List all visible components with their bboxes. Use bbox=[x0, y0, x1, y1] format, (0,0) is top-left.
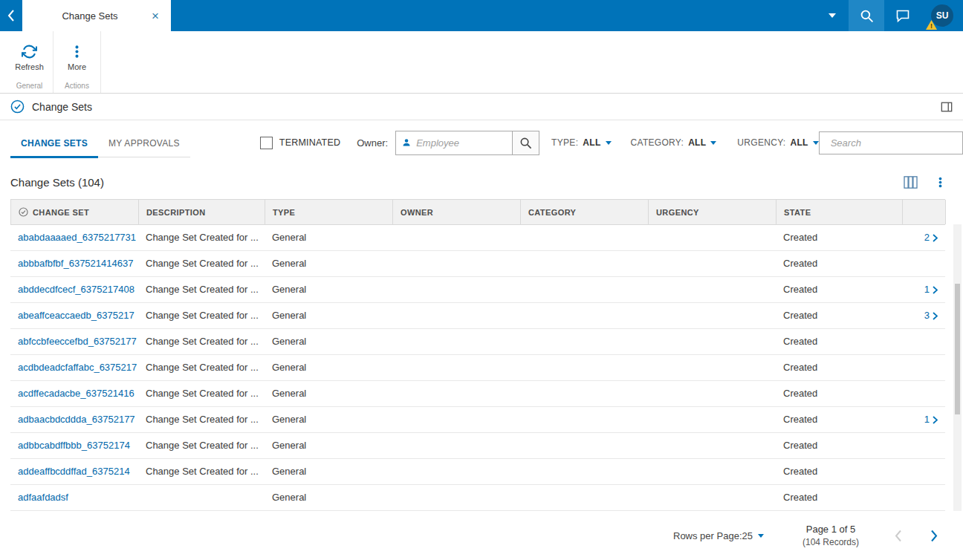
cell-description: Change Set Created for ... bbox=[138, 251, 265, 276]
table-row[interactable]: addeaffbcddffad_6375214 Change Set Creat… bbox=[10, 459, 945, 485]
table-row[interactable]: adbbcabdffbbb_63752174 Change Set Create… bbox=[10, 433, 945, 459]
cell-type: General bbox=[265, 381, 392, 406]
column-header-category[interactable]: CATEGORY bbox=[521, 200, 649, 224]
cell-type: General bbox=[265, 303, 392, 328]
table-row[interactable]: acdbdeadcfaffabc_6375217 Change Set Crea… bbox=[10, 355, 945, 381]
category-dropdown[interactable]: CATEGORY: ALL bbox=[631, 137, 717, 148]
cell-urgency bbox=[648, 381, 776, 406]
column-header-description[interactable]: DESCRIPTION bbox=[139, 200, 265, 224]
topbar-dropdown-button[interactable] bbox=[816, 0, 849, 31]
expand-panel-button[interactable] bbox=[941, 101, 953, 113]
cell-category bbox=[520, 407, 648, 432]
employee-input[interactable] bbox=[416, 137, 506, 149]
previous-page-button[interactable] bbox=[895, 530, 902, 542]
change-set-link[interactable]: adbbcabdffbbb_63752174 bbox=[10, 433, 138, 458]
change-set-link[interactable]: adbaacbdcddda_63752177 bbox=[10, 407, 138, 432]
drilldown-count: 2 bbox=[924, 225, 930, 250]
back-button[interactable] bbox=[0, 0, 22, 31]
table-row[interactable]: abddecdfcecf_6375217408 Change Set Creat… bbox=[10, 277, 945, 303]
employee-search-button[interactable] bbox=[512, 131, 539, 154]
person-icon bbox=[402, 137, 411, 148]
tab-close-icon[interactable]: × bbox=[149, 8, 162, 24]
ribbon-group-label-general: General bbox=[6, 80, 53, 93]
cell-urgency bbox=[648, 459, 776, 484]
column-header-state[interactable]: STATE bbox=[776, 200, 903, 224]
rows-per-page-dropdown[interactable]: Rows per Page:25 bbox=[673, 530, 764, 541]
row-drilldown-link[interactable]: 1 bbox=[902, 407, 945, 432]
table-body: ababdaaaaed_6375217731 Change Set Create… bbox=[10, 225, 945, 511]
table-row[interactable]: adbaacbdcddda_63752177 Change Set Create… bbox=[10, 407, 945, 433]
type-dropdown[interactable]: TYPE: ALL bbox=[551, 137, 611, 148]
cell-urgency bbox=[648, 355, 776, 380]
chevron-down-icon bbox=[710, 141, 716, 145]
change-set-link[interactable]: acdbdeadcfaffabc_6375217 bbox=[10, 355, 138, 380]
cell-owner bbox=[392, 277, 520, 302]
ribbon-group-general: Refresh General bbox=[6, 31, 54, 93]
chevron-right-icon bbox=[930, 530, 938, 542]
tab-title: Change Sets bbox=[31, 10, 149, 22]
change-set-link[interactable]: adfaafdadsf bbox=[10, 485, 138, 510]
cell-state: Created bbox=[776, 381, 902, 406]
cell-description: Change Set Created for ... bbox=[138, 225, 265, 250]
search-input[interactable] bbox=[831, 137, 962, 149]
table-row[interactable]: abeaffceaccaedb_6375217 Change Set Creat… bbox=[10, 303, 945, 329]
user-menu: SU ! bbox=[921, 0, 963, 31]
row-drilldown-link[interactable]: 1 bbox=[902, 277, 945, 302]
scrollbar-thumb[interactable] bbox=[955, 284, 960, 414]
chevron-down-icon bbox=[606, 141, 612, 145]
table-row[interactable]: abbbafbfbf_637521414637 Change Set Creat… bbox=[10, 251, 945, 277]
urgency-dropdown[interactable]: URGENCY: ALL bbox=[737, 137, 818, 148]
change-set-link[interactable]: abddecdfcecf_6375217408 bbox=[10, 277, 138, 302]
more-button[interactable]: More bbox=[54, 31, 100, 80]
employee-lookup bbox=[395, 131, 539, 155]
cell-type: General bbox=[265, 277, 392, 302]
column-header-urgency[interactable]: URGENCY bbox=[649, 200, 776, 224]
row-drilldown-link[interactable]: 2 bbox=[902, 225, 945, 250]
cell-urgency bbox=[648, 251, 776, 276]
tab-change-sets[interactable]: CHANGE SETS bbox=[10, 132, 98, 158]
table-row[interactable]: acdffecadacbe_637521416 Change Set Creat… bbox=[10, 381, 945, 407]
cell-category bbox=[520, 225, 648, 250]
row-drilldown-link[interactable]: 3 bbox=[902, 303, 945, 328]
app-tab-change-sets[interactable]: Change Sets × bbox=[22, 0, 171, 31]
cell-urgency bbox=[648, 407, 776, 432]
change-set-link[interactable]: abfccbfeeccefbd_63752177 bbox=[10, 329, 138, 354]
next-page-button[interactable] bbox=[930, 530, 938, 542]
cell-description: Change Set Created for ... bbox=[138, 433, 265, 458]
refresh-button[interactable]: Refresh bbox=[6, 31, 53, 80]
circle-check-icon bbox=[10, 100, 25, 114]
user-avatar[interactable]: SU bbox=[931, 4, 953, 27]
terminated-filter[interactable]: TERMINATED bbox=[260, 137, 340, 149]
topbar-search-button[interactable] bbox=[849, 0, 884, 31]
vertical-scrollbar[interactable] bbox=[953, 224, 962, 511]
column-chooser-button[interactable] bbox=[904, 176, 918, 189]
pagination-bar: Rows per Page:25 Page 1 of 5 (104 Record… bbox=[0, 511, 963, 560]
chevron-down-icon bbox=[813, 141, 819, 145]
column-header-change-set[interactable]: CHANGE SET bbox=[11, 200, 139, 224]
cell-owner bbox=[392, 329, 520, 354]
change-set-link[interactable]: addeaffbcddffad_6375214 bbox=[10, 459, 138, 484]
terminated-checkbox[interactable] bbox=[260, 137, 273, 149]
cell-description: Change Set Created for ... bbox=[138, 303, 265, 328]
change-set-link[interactable]: abbbafbfbf_637521414637 bbox=[10, 251, 138, 276]
cell-category bbox=[520, 381, 648, 406]
list-menu-button[interactable] bbox=[934, 176, 947, 189]
column-header-type[interactable]: TYPE bbox=[265, 200, 393, 224]
list-actions bbox=[904, 176, 947, 189]
tab-my-approvals[interactable]: MY APPROVALS bbox=[98, 132, 190, 157]
chat-button[interactable] bbox=[884, 0, 921, 31]
table-row[interactable]: abfccbfeeccefbd_63752177 Change Set Crea… bbox=[10, 329, 945, 355]
ribbon-toolbar: Refresh General More Actions bbox=[0, 31, 963, 94]
column-header-owner[interactable]: OWNER bbox=[393, 200, 521, 224]
cell-state: Created bbox=[776, 433, 902, 458]
change-set-link[interactable]: ababdaaaaed_6375217731 bbox=[10, 225, 138, 250]
view-tabs: CHANGE SETS MY APPROVALS bbox=[10, 132, 190, 157]
change-set-link[interactable]: abeaffceaccaedb_6375217 bbox=[10, 303, 138, 328]
cell-state: Created bbox=[776, 407, 902, 432]
cell-urgency bbox=[648, 225, 776, 250]
change-set-link[interactable]: acdffecadacbe_637521416 bbox=[10, 381, 138, 406]
table-row[interactable]: ababdaaaaed_6375217731 Change Set Create… bbox=[10, 225, 945, 251]
type-label: TYPE: bbox=[551, 137, 578, 148]
cell-state: Created bbox=[776, 225, 902, 250]
table-row[interactable]: adfaafdadsf General Created bbox=[10, 485, 945, 511]
